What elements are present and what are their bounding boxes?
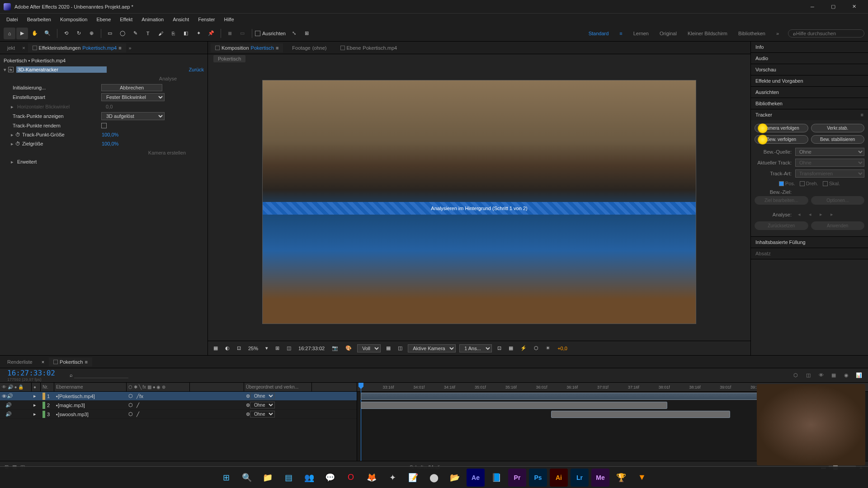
color-icon[interactable]: 🎨 xyxy=(344,344,354,352)
pickwhip-icon[interactable]: ⊚ xyxy=(246,411,250,417)
fx-toggle[interactable]: fx xyxy=(8,67,14,72)
brush-tool[interactable]: 🖌 xyxy=(155,28,166,39)
home-tool[interactable]: ⌂ xyxy=(4,28,15,39)
pickwhip-icon[interactable]: ⊚ xyxy=(246,393,250,399)
timeline-timecode[interactable]: 16:27:33:02 xyxy=(0,369,62,377)
workspace-original[interactable]: Original xyxy=(660,31,677,36)
layer-row[interactable]: 🔊 ▸ 3 ▪ [swoosh.mp3] ⬡ ╱ ⊚ Ohne xyxy=(0,410,357,419)
twirl-icon[interactable]: ▸ xyxy=(11,141,15,147)
advanced-label[interactable]: Erweitert xyxy=(15,159,106,164)
illustrator-icon[interactable]: Ai xyxy=(550,469,568,487)
snapshot-icon[interactable]: 📷 xyxy=(330,344,340,352)
layer-name[interactable]: [Pokertisch.mp4] xyxy=(58,394,95,399)
rect-tool[interactable]: ▭ xyxy=(104,28,116,39)
target-size-value[interactable]: 100,0 xyxy=(102,141,114,146)
layer-row[interactable]: 👁 🔊 ▸ 1 ▪ [Pokertisch.mp4] ⬡ ╱ fx ⊚ Ohne xyxy=(0,392,357,401)
align-panel-header[interactable]: Ausrichten xyxy=(751,87,868,98)
tab-close-icon[interactable]: × xyxy=(19,44,28,52)
exposure-icon[interactable]: ☀ xyxy=(544,344,552,352)
footage-tab[interactable]: Footage (ohne) xyxy=(288,43,331,52)
draft3d-icon[interactable]: ◫ xyxy=(804,372,813,378)
stabilize-button[interactable]: Bew. stabilisieren xyxy=(811,135,865,144)
track-camera-button[interactable]: Kamera verfolgen xyxy=(755,124,808,132)
absatz-header[interactable]: Absatz xyxy=(751,248,868,259)
render-points-checkbox[interactable] xyxy=(101,123,107,128)
teams-icon[interactable]: 👥 xyxy=(300,469,318,487)
help-search[interactable]: ⌕ xyxy=(788,29,864,38)
warp-stab-button[interactable]: Verkr.stab. xyxy=(811,124,865,132)
eye-icon[interactable]: 👁 xyxy=(2,394,7,399)
twirl-icon[interactable]: ▸ xyxy=(11,132,15,138)
stopwatch-icon[interactable]: ⏱ xyxy=(15,132,20,137)
content-fill-header[interactable]: Inhaltsbasierte Füllung xyxy=(751,237,868,248)
search-input[interactable] xyxy=(796,31,859,36)
notes-icon[interactable]: 📝 xyxy=(404,469,422,487)
firefox-icon[interactable]: 🦊 xyxy=(363,469,381,487)
layer-row[interactable]: 🔊 ▸ 2 ▪ [magic.mp3] ⬡ ╱ ⊚ Ohne xyxy=(0,401,357,410)
setting-type-select[interactable]: Fester Blickwinkel xyxy=(101,93,165,101)
cancel-button[interactable]: Abbrechen xyxy=(101,84,162,91)
start-button[interactable]: ⊞ xyxy=(217,469,235,487)
tracker-panel-header[interactable]: Tracker ≡ xyxy=(751,109,868,120)
layer-search-input[interactable] xyxy=(74,372,128,378)
effects-panel-header[interactable]: Effekte und Vorgaben xyxy=(751,75,868,86)
eraser-tool[interactable]: ◧ xyxy=(180,28,192,39)
minimize-button[interactable]: ─ xyxy=(802,0,823,14)
grid-tool[interactable]: ⊞ xyxy=(301,28,313,39)
menu-animation[interactable]: Animation xyxy=(137,15,168,24)
speaker-icon[interactable]: 🔊 xyxy=(5,411,12,417)
layer-name[interactable]: [magic.mp3] xyxy=(58,403,85,408)
puppet-tool[interactable]: 📌 xyxy=(205,28,217,39)
maximize-button[interactable]: ▢ xyxy=(823,0,844,14)
motion-blur-icon[interactable]: ◉ xyxy=(842,372,851,378)
taskview-icon[interactable]: ▤ xyxy=(279,469,297,487)
menu-edit[interactable]: Bearbeiten xyxy=(23,15,56,24)
menu-window[interactable]: Fenster xyxy=(193,15,219,24)
libs-panel-header[interactable]: Bibliotheken xyxy=(751,98,868,109)
orbit-tool[interactable]: ⟲ xyxy=(60,28,72,39)
workspace-menu-icon[interactable]: ≡ xyxy=(619,31,622,36)
fast-preview-icon[interactable]: ⚡ xyxy=(519,344,528,352)
effect-name[interactable]: 3D-Kameratracker xyxy=(16,66,107,73)
workspace-learn[interactable]: Lernen xyxy=(633,31,649,36)
after-effects-icon[interactable]: Ae xyxy=(467,469,485,487)
menu-help[interactable]: Hilfe xyxy=(220,15,239,24)
mask-icon[interactable]: ◐ xyxy=(223,344,231,352)
app-icon-3[interactable]: ▼ xyxy=(633,469,651,487)
whatsapp-icon[interactable]: 💬 xyxy=(321,469,339,487)
project-tab[interactable]: jekt xyxy=(3,43,19,52)
parent-select[interactable]: Ohne xyxy=(250,393,275,399)
zoom-tool[interactable]: 🔍 xyxy=(42,28,53,39)
workspace-libs[interactable]: Bibliotheken xyxy=(738,31,765,36)
views-select[interactable]: 1 Ans... xyxy=(459,344,492,352)
layer-name[interactable]: [swoosh.mp3] xyxy=(58,412,89,417)
swatch-tool[interactable]: ◼ xyxy=(224,28,236,39)
menu-effect[interactable]: Effekt xyxy=(115,15,137,24)
timeline-comp-tab[interactable]: Pokertisch ≡ xyxy=(49,357,92,366)
channel-icon[interactable]: ⊡ xyxy=(235,344,243,352)
menu-composition[interactable]: Komposition xyxy=(56,15,92,24)
fx-badge[interactable]: fx xyxy=(139,394,143,399)
view-opt-icon[interactable]: ⊡ xyxy=(495,344,503,352)
comp-flowchart-icon[interactable]: ⬡ xyxy=(791,372,800,378)
lightroom-icon[interactable]: Lr xyxy=(571,469,589,487)
app-icon-2[interactable]: 🏆 xyxy=(612,469,630,487)
menu-view[interactable]: Ansicht xyxy=(168,15,193,24)
comp-tab[interactable]: Komposition Pokertisch ≡ xyxy=(211,43,283,52)
clone-tool[interactable]: ⎘ xyxy=(167,28,179,39)
stroke-tool[interactable]: ▭ xyxy=(236,28,248,39)
show-points-select[interactable]: 3D aufgelöst xyxy=(101,112,165,120)
timecode-display[interactable]: 16:27:33:02 xyxy=(297,345,326,352)
info-panel-header[interactable]: Info xyxy=(751,42,868,52)
workspace-more-icon[interactable]: » xyxy=(776,31,779,36)
twirl-icon[interactable]: ▸ xyxy=(11,159,15,165)
editor-icon[interactable]: 📘 xyxy=(487,469,505,487)
tab-menu-icon[interactable]: ≡ xyxy=(85,359,87,365)
tab-close-icon[interactable]: × xyxy=(42,359,44,365)
frame-blend-icon[interactable]: ▦ xyxy=(829,372,838,378)
layer-tab[interactable]: Ebene Pokertisch.mp4 xyxy=(336,43,402,52)
media-encoder-icon[interactable]: Me xyxy=(591,469,609,487)
reset-link[interactable]: Zurück xyxy=(189,67,204,72)
source-select[interactable]: Ohne xyxy=(795,148,864,156)
alpha-icon[interactable]: ▦ xyxy=(212,344,220,352)
